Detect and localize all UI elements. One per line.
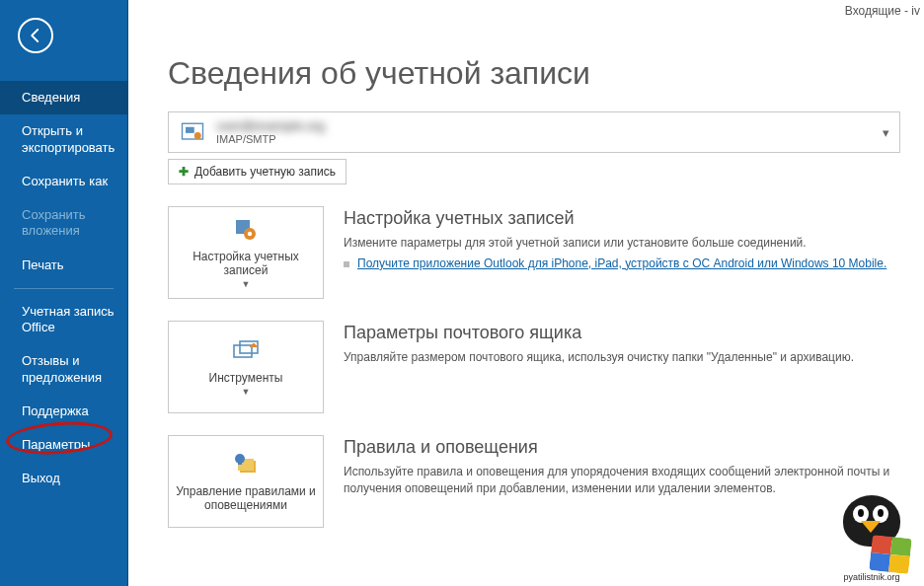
section-heading: Правила и оповещения <box>344 437 900 458</box>
tile-icon <box>230 216 262 244</box>
sidebar-item-7[interactable]: Поддержка <box>0 395 127 428</box>
sidebar-item-4[interactable]: Печать <box>0 249 127 282</box>
sidebar-item-2[interactable]: Сохранить как <box>0 165 127 198</box>
sidebar-item-8[interactable]: Параметры <box>0 428 127 462</box>
section-0: Настройка учетных записей▼Настройка учет… <box>168 206 900 299</box>
tile-icon <box>230 451 262 478</box>
svg-rect-6 <box>234 345 252 357</box>
tile-label: Инструменты <box>209 371 283 385</box>
section-heading: Параметры почтового ящика <box>344 323 900 343</box>
section-text: Измените параметры для этой учетной запи… <box>344 235 900 252</box>
svg-rect-11 <box>238 459 242 465</box>
account-selector[interactable]: user@example.org IMAP/SMTP ▾ <box>168 111 900 153</box>
add-account-label: Добавить учетную запись <box>194 165 336 179</box>
sidebar-item-5[interactable]: Учетная запись Office <box>0 295 127 345</box>
svg-rect-1 <box>186 127 194 133</box>
bullet-icon <box>344 261 349 267</box>
chevron-down-icon: ▾ <box>883 125 889 140</box>
section-body: Параметры почтового ящикаУправляйте разм… <box>344 321 900 413</box>
section-body: Правила и оповещенияИспользуйте правила … <box>344 435 900 528</box>
section-link-row: Получите приложение Outlook для iPhone, … <box>344 256 900 272</box>
tile-label: Настройка учетных записей <box>175 250 317 277</box>
main-content: Сведения об учетной записи user@example.… <box>128 0 924 586</box>
tile-icon <box>230 337 262 365</box>
section-2: Управление правилами и оповещениямиПрави… <box>168 435 900 528</box>
account-info: user@example.org IMAP/SMTP <box>216 119 883 145</box>
watermark-logo: pyatilistnik.org <box>827 491 916 580</box>
tile-button-2[interactable]: Управление правилами и оповещениями <box>168 435 324 528</box>
chevron-down-icon: ▼ <box>242 279 251 289</box>
add-account-button[interactable]: ✚ Добавить учетную запись <box>168 159 346 184</box>
back-button[interactable] <box>18 18 53 53</box>
backstage-sidebar: СведенияОткрыть и экспортироватьСохранит… <box>0 0 128 586</box>
chevron-down-icon: ▼ <box>242 387 251 397</box>
sidebar-item-1[interactable]: Открыть и экспортировать <box>0 114 127 165</box>
plus-icon: ✚ <box>179 165 189 179</box>
watermark-url: pyatilistnik.org <box>827 572 916 582</box>
svg-point-2 <box>194 132 201 139</box>
sidebar-item-9[interactable]: Выход <box>0 462 127 495</box>
sidebar-item-3: Сохранить вложения <box>0 198 127 249</box>
sidebar-item-0[interactable]: Сведения <box>0 81 127 114</box>
tile-button-1[interactable]: Инструменты▼ <box>168 321 324 413</box>
tile-label: Управление правилами и оповещениями <box>175 484 317 512</box>
section-heading: Настройка учетных записей <box>344 208 900 229</box>
account-type: IMAP/SMTP <box>216 133 883 145</box>
back-arrow-icon <box>27 27 44 44</box>
get-app-link[interactable]: Получите приложение Outlook для iPhone, … <box>357 256 886 270</box>
svg-point-5 <box>248 232 252 236</box>
section-1: Инструменты▼Параметры почтового ящикаУпр… <box>168 321 900 413</box>
sidebar-item-6[interactable]: Отзывы и предложения <box>0 344 127 395</box>
page-title: Сведения об учетной записи <box>168 55 900 92</box>
mailbox-icon <box>179 118 206 146</box>
section-body: Настройка учетных записейИзмените параме… <box>344 206 900 299</box>
section-text: Используйте правила и оповещения для упо… <box>344 464 900 497</box>
nav-separator <box>14 288 114 289</box>
section-text: Управляйте размером почтового ящика, исп… <box>344 349 900 366</box>
account-email: user@example.org <box>216 119 883 133</box>
tile-button-0[interactable]: Настройка учетных записей▼ <box>168 206 324 299</box>
